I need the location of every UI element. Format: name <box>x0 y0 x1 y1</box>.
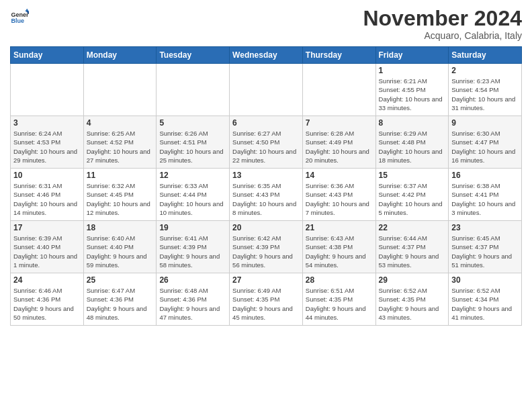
location-subtitle: Acquaro, Calabria, Italy <box>363 30 522 41</box>
day-info: Sunrise: 6:26 AM Sunset: 4:51 PM Dayligh… <box>159 129 226 165</box>
day-number: 23 <box>451 223 519 232</box>
calendar-cell: 27Sunrise: 6:49 AM Sunset: 4:35 PM Dayli… <box>230 273 303 326</box>
calendar-cell <box>83 64 157 116</box>
day-info: Sunrise: 6:32 AM Sunset: 4:45 PM Dayligh… <box>87 181 154 217</box>
calendar-cell: 5Sunrise: 6:26 AM Sunset: 4:51 PM Daylig… <box>157 116 230 169</box>
day-number: 10 <box>13 171 81 180</box>
calendar-cell: 19Sunrise: 6:41 AM Sunset: 4:39 PM Dayli… <box>157 221 230 273</box>
day-info: Sunrise: 6:33 AM Sunset: 4:44 PM Dayligh… <box>159 181 226 217</box>
calendar-cell: 3Sunrise: 6:24 AM Sunset: 4:53 PM Daylig… <box>11 116 84 169</box>
calendar-cell: 20Sunrise: 6:42 AM Sunset: 4:39 PM Dayli… <box>230 221 303 273</box>
calendar-cell: 14Sunrise: 6:36 AM Sunset: 4:43 PM Dayli… <box>302 169 375 221</box>
calendar-cell: 15Sunrise: 6:37 AM Sunset: 4:42 PM Dayli… <box>375 169 449 221</box>
day-number: 26 <box>159 275 226 285</box>
calendar-cell: 18Sunrise: 6:40 AM Sunset: 4:40 PM Dayli… <box>83 221 157 273</box>
day-number: 22 <box>379 223 446 232</box>
day-info: Sunrise: 6:23 AM Sunset: 4:54 PM Dayligh… <box>451 77 519 112</box>
day-info: Sunrise: 6:35 AM Sunset: 4:43 PM Dayligh… <box>232 181 300 217</box>
day-info: Sunrise: 6:39 AM Sunset: 4:40 PM Dayligh… <box>13 234 81 269</box>
logo-icon: General Blue <box>10 7 29 26</box>
calendar-week-row: 24Sunrise: 6:46 AM Sunset: 4:36 PM Dayli… <box>11 273 522 326</box>
calendar-cell: 10Sunrise: 6:31 AM Sunset: 4:46 PM Dayli… <box>11 169 84 221</box>
calendar-week-row: 1Sunrise: 6:21 AM Sunset: 4:55 PM Daylig… <box>11 64 522 116</box>
day-number: 17 <box>13 223 81 232</box>
calendar-cell: 12Sunrise: 6:33 AM Sunset: 4:44 PM Dayli… <box>157 169 230 221</box>
calendar-table: SundayMondayTuesdayWednesdayThursdayFrid… <box>10 46 522 326</box>
calendar-cell: 2Sunrise: 6:23 AM Sunset: 4:54 PM Daylig… <box>449 64 522 116</box>
day-info: Sunrise: 6:44 AM Sunset: 4:37 PM Dayligh… <box>379 234 446 269</box>
day-number: 5 <box>159 118 226 128</box>
calendar-cell: 24Sunrise: 6:46 AM Sunset: 4:36 PM Dayli… <box>11 273 84 326</box>
day-info: Sunrise: 6:30 AM Sunset: 4:47 PM Dayligh… <box>451 129 519 165</box>
day-number: 16 <box>451 171 519 180</box>
calendar-cell <box>230 64 303 116</box>
calendar-cell <box>302 64 375 116</box>
calendar-week-row: 17Sunrise: 6:39 AM Sunset: 4:40 PM Dayli… <box>11 221 522 273</box>
calendar-cell: 1Sunrise: 6:21 AM Sunset: 4:55 PM Daylig… <box>375 64 449 116</box>
calendar-cell: 21Sunrise: 6:43 AM Sunset: 4:38 PM Dayli… <box>302 221 375 273</box>
day-number: 28 <box>306 275 373 285</box>
calendar-cell: 26Sunrise: 6:48 AM Sunset: 4:36 PM Dayli… <box>157 273 230 326</box>
day-info: Sunrise: 6:45 AM Sunset: 4:37 PM Dayligh… <box>451 234 519 269</box>
day-info: Sunrise: 6:41 AM Sunset: 4:39 PM Dayligh… <box>159 234 226 269</box>
day-number: 24 <box>13 275 81 285</box>
day-info: Sunrise: 6:27 AM Sunset: 4:50 PM Dayligh… <box>232 129 300 165</box>
day-number: 20 <box>232 223 300 232</box>
day-info: Sunrise: 6:47 AM Sunset: 4:36 PM Dayligh… <box>87 286 154 322</box>
calendar-cell: 9Sunrise: 6:30 AM Sunset: 4:47 PM Daylig… <box>449 116 522 169</box>
day-number: 25 <box>87 275 154 285</box>
day-info: Sunrise: 6:49 AM Sunset: 4:35 PM Dayligh… <box>232 286 300 322</box>
day-number: 7 <box>306 118 373 128</box>
day-info: Sunrise: 6:28 AM Sunset: 4:49 PM Dayligh… <box>306 129 373 165</box>
weekday-header: Monday <box>83 47 157 64</box>
weekday-header: Friday <box>375 47 449 64</box>
day-info: Sunrise: 6:48 AM Sunset: 4:36 PM Dayligh… <box>159 286 226 322</box>
day-info: Sunrise: 6:37 AM Sunset: 4:42 PM Dayligh… <box>379 181 446 217</box>
title-block: November 2024 Acquaro, Calabria, Italy <box>363 7 522 41</box>
day-info: Sunrise: 6:25 AM Sunset: 4:52 PM Dayligh… <box>87 129 154 165</box>
weekday-header: Sunday <box>11 47 84 64</box>
calendar-cell: 29Sunrise: 6:52 AM Sunset: 4:35 PM Dayli… <box>375 273 449 326</box>
day-number: 21 <box>306 223 373 232</box>
day-info: Sunrise: 6:24 AM Sunset: 4:53 PM Dayligh… <box>13 129 81 165</box>
svg-text:Blue: Blue <box>11 17 24 24</box>
weekday-header: Tuesday <box>157 47 230 64</box>
calendar-cell: 25Sunrise: 6:47 AM Sunset: 4:36 PM Dayli… <box>83 273 157 326</box>
calendar-header-row: SundayMondayTuesdayWednesdayThursdayFrid… <box>11 47 522 64</box>
day-number: 1 <box>379 66 446 75</box>
month-title: November 2024 <box>363 7 522 30</box>
day-number: 3 <box>13 118 81 128</box>
page-header: General Blue November 2024 Acquaro, Cala… <box>10 7 522 41</box>
day-number: 11 <box>87 171 154 180</box>
day-number: 14 <box>306 171 373 180</box>
calendar-week-row: 10Sunrise: 6:31 AM Sunset: 4:46 PM Dayli… <box>11 169 522 221</box>
calendar-cell: 30Sunrise: 6:52 AM Sunset: 4:34 PM Dayli… <box>449 273 522 326</box>
day-info: Sunrise: 6:43 AM Sunset: 4:38 PM Dayligh… <box>306 234 373 269</box>
day-number: 30 <box>451 275 519 285</box>
calendar-week-row: 3Sunrise: 6:24 AM Sunset: 4:53 PM Daylig… <box>11 116 522 169</box>
day-info: Sunrise: 6:52 AM Sunset: 4:34 PM Dayligh… <box>451 286 519 322</box>
logo: General Blue <box>10 7 29 26</box>
calendar-cell: 28Sunrise: 6:51 AM Sunset: 4:35 PM Dayli… <box>302 273 375 326</box>
day-info: Sunrise: 6:31 AM Sunset: 4:46 PM Dayligh… <box>13 181 81 217</box>
day-number: 8 <box>379 118 446 128</box>
day-number: 2 <box>451 66 519 75</box>
day-info: Sunrise: 6:42 AM Sunset: 4:39 PM Dayligh… <box>232 234 300 269</box>
weekday-header: Wednesday <box>230 47 303 64</box>
day-number: 19 <box>159 223 226 232</box>
calendar-cell: 16Sunrise: 6:38 AM Sunset: 4:41 PM Dayli… <box>449 169 522 221</box>
calendar-cell: 7Sunrise: 6:28 AM Sunset: 4:49 PM Daylig… <box>302 116 375 169</box>
day-info: Sunrise: 6:38 AM Sunset: 4:41 PM Dayligh… <box>451 181 519 217</box>
calendar-cell <box>11 64 84 116</box>
calendar-cell: 22Sunrise: 6:44 AM Sunset: 4:37 PM Dayli… <box>375 221 449 273</box>
day-number: 6 <box>232 118 300 128</box>
weekday-header: Thursday <box>302 47 375 64</box>
calendar-cell: 8Sunrise: 6:29 AM Sunset: 4:48 PM Daylig… <box>375 116 449 169</box>
day-info: Sunrise: 6:51 AM Sunset: 4:35 PM Dayligh… <box>306 286 373 322</box>
day-info: Sunrise: 6:46 AM Sunset: 4:36 PM Dayligh… <box>13 286 81 322</box>
day-info: Sunrise: 6:40 AM Sunset: 4:40 PM Dayligh… <box>87 234 154 269</box>
calendar-cell: 6Sunrise: 6:27 AM Sunset: 4:50 PM Daylig… <box>230 116 303 169</box>
day-number: 13 <box>232 171 300 180</box>
svg-marker-2 <box>25 9 29 11</box>
day-number: 18 <box>87 223 154 232</box>
